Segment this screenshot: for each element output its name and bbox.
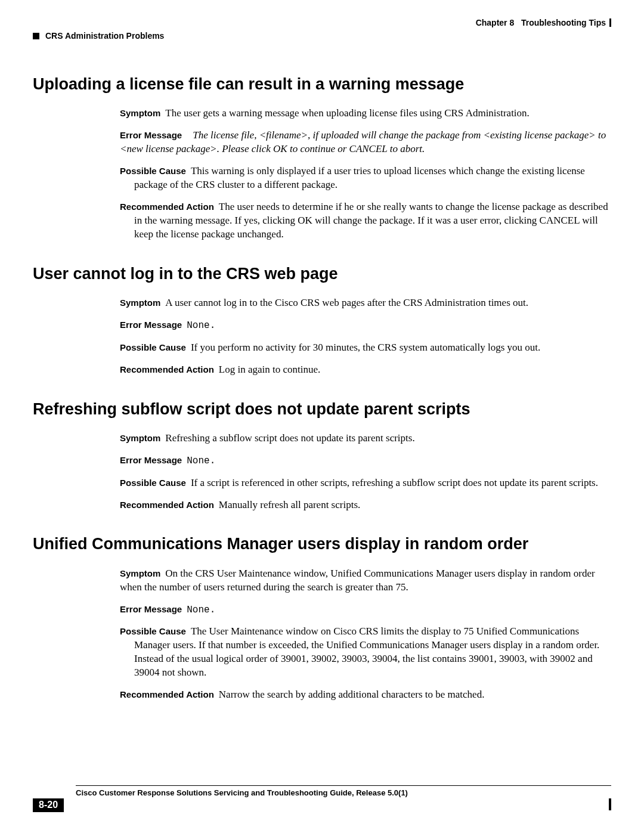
action-label: Recommended Action [120, 500, 214, 510]
section-heading: Uploading a license file can result in a… [33, 75, 611, 94]
action-row: Recommended ActionLog in again to contin… [120, 363, 611, 377]
error-row: Error MessageNone. [120, 603, 611, 617]
section-body: SymptomThe user gets a warning message w… [120, 107, 611, 241]
cause-label: Possible Cause [120, 166, 186, 176]
action-row: Recommended ActionNarrow the search by a… [120, 688, 611, 702]
error-label: Error Message [120, 130, 182, 140]
cause-text: This warning is only displayed if a user… [134, 165, 585, 190]
cause-label: Possible Cause [120, 478, 186, 488]
page-footer: Cisco Customer Response Solutions Servic… [33, 785, 611, 815]
square-bullet-icon [33, 33, 39, 39]
action-row: Recommended ActionManually refresh all p… [120, 498, 611, 512]
error-text: The license file, <filename>, if uploade… [120, 129, 606, 154]
action-label: Recommended Action [120, 689, 214, 699]
symptom-label: Symptom [120, 108, 160, 118]
error-label: Error Message [120, 320, 182, 330]
action-text: Narrow the search by adding additional c… [219, 689, 485, 700]
footer-bar-icon [609, 798, 611, 810]
section-heading: Refreshing subflow script does not updat… [33, 400, 611, 419]
document-page: Chapter 8 Troubleshooting Tips CRS Admin… [33, 18, 611, 815]
error-row: Error MessageThe license file, <filename… [120, 129, 611, 156]
section-heading: User cannot log in to the CRS web page [33, 264, 611, 283]
cause-text: If you perform no activity for 30 minute… [191, 342, 540, 353]
cause-row: Possible CauseThis warning is only displ… [120, 165, 611, 192]
content-area: Uploading a license file can result in a… [33, 75, 611, 724]
chapter-label: Chapter 8 Troubleshooting Tips [476, 18, 611, 27]
error-row: Error MessageNone. [120, 318, 611, 333]
symptom-row: SymptomRefreshing a subflow script does … [120, 432, 611, 445]
cause-label: Possible Cause [120, 342, 186, 352]
page-number: 8-20 [33, 798, 64, 812]
error-none: None. [187, 320, 215, 331]
error-label: Error Message [120, 604, 182, 614]
symptom-label: Symptom [120, 568, 160, 578]
running-section-text: CRS Administration Problems [45, 31, 164, 41]
cause-label: Possible Cause [120, 626, 186, 636]
symptom-row: SymptomA user cannot log in to the Cisco… [120, 296, 611, 310]
section-body: SymptomA user cannot log in to the Cisco… [120, 296, 611, 376]
section-body: SymptomOn the CRS User Maintenance windo… [120, 567, 611, 702]
error-none: None. [187, 456, 215, 466]
action-label: Recommended Action [120, 364, 214, 374]
symptom-text: On the CRS User Maintenance window, Unif… [120, 568, 595, 593]
symptom-label: Symptom [120, 433, 160, 443]
error-none: None. [187, 605, 215, 615]
action-text: Log in again to continue. [219, 364, 320, 375]
section-heading: Unified Communications Manager users dis… [33, 534, 611, 553]
action-row: Recommended ActionThe user needs to dete… [120, 200, 611, 241]
error-label: Error Message [120, 455, 182, 465]
section-body: SymptomRefreshing a subflow script does … [120, 432, 611, 512]
cause-row: Possible CauseIf you perform no activity… [120, 341, 611, 355]
cause-row: Possible CauseIf a script is referenced … [120, 476, 611, 490]
footer-doc-title: Cisco Customer Response Solutions Servic… [76, 788, 611, 797]
cause-text: If a script is referenced in other scrip… [191, 477, 598, 488]
chapter-number: Chapter 8 [476, 18, 515, 27]
footer-rule [76, 785, 611, 786]
symptom-text: The user gets a warning message when upl… [165, 107, 529, 119]
cause-row: Possible CauseThe User Maintenance windo… [120, 625, 611, 680]
symptom-text: A user cannot log in to the Cisco CRS we… [165, 297, 528, 308]
cause-text: The User Maintenance window on Cisco CRS… [134, 625, 599, 678]
header-bar-icon [609, 18, 611, 27]
symptom-row: SymptomThe user gets a warning message w… [120, 107, 611, 120]
chapter-title: Troubleshooting Tips [521, 18, 606, 27]
running-section-label: CRS Administration Problems [33, 31, 164, 41]
action-text: Manually refresh all parent scripts. [219, 499, 360, 510]
action-label: Recommended Action [120, 202, 214, 212]
page-header: Chapter 8 Troubleshooting Tips CRS Admin… [33, 18, 611, 36]
symptom-row: SymptomOn the CRS User Maintenance windo… [120, 567, 611, 594]
error-row: Error MessageNone. [120, 454, 611, 468]
symptom-text: Refreshing a subflow script does not upd… [165, 432, 414, 444]
symptom-label: Symptom [120, 298, 160, 308]
